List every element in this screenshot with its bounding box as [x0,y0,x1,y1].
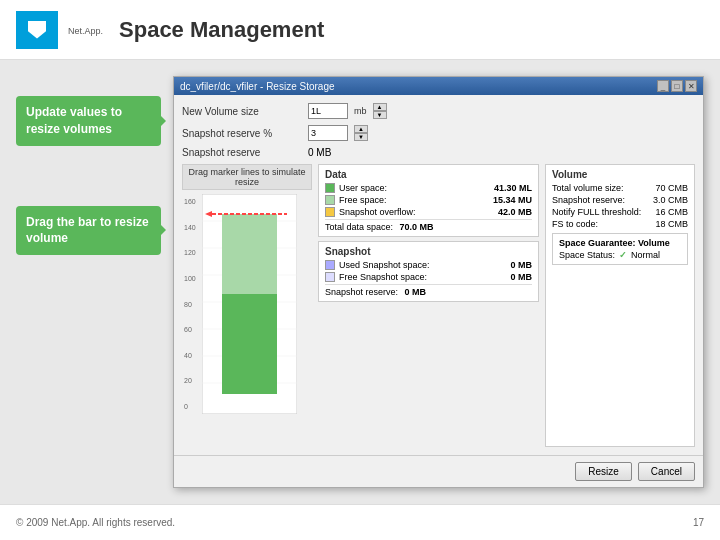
bar-chart-svg[interactable] [202,194,297,414]
dialog-titlebar: dc_vfiler/dc_vfiler - Resize Storage _ □… [174,77,703,95]
free-space-bar[interactable] [222,214,277,294]
snapshot-reserve-pct-label: Snapshot reserve % [182,128,302,139]
user-space-item: User space: 41.30 ML [325,183,532,193]
footer: © 2009 Net.App. All rights reserved. 17 [0,504,720,540]
user-space-color [325,183,335,193]
volume-size-input[interactable] [308,103,348,119]
copyright-text: © 2009 Net.App. All rights reserved. [16,517,175,528]
free-snap-color [325,272,335,282]
snapshot-reserve-spinner: ▲ ▼ [354,125,368,141]
free-space-item: Free space: 15.34 MU [325,195,532,205]
fs-to-code-value: 18 CMB [655,219,688,229]
resize-dialog: dc_vfiler/dc_vfiler - Resize Storage _ □… [173,76,704,488]
volume-size-unit: mb [354,106,367,116]
notify-threshold-value: 16 CMB [655,207,688,217]
snapshot-reserve-pct-row: Snapshot reserve % ▲ ▼ [182,125,695,141]
free-space-color [325,195,335,205]
total-volume-label: Total volume size: [552,183,624,193]
snap-reserve-vol-row: Snapshot reserve: 3.0 CMB [552,195,688,205]
free-snap-label: Free Snapshot space: [339,272,427,282]
total-volume-value: 70 CMB [655,183,688,193]
maximize-button[interactable]: □ [671,80,683,92]
volume-size-label: New Volume size [182,106,302,117]
left-panel: Update values to resize volumes Drag the… [16,76,161,488]
drag-bar-annotation: Drag the bar to resize volume [16,206,161,256]
volume-title: Volume [552,169,688,180]
snap-overflow-value: 42.0 MB [498,207,532,217]
space-status-row: Space Status: ✓ Normal [559,250,681,260]
fs-to-code-row: FS to code: 18 CMB [552,219,688,229]
free-snap-value: 0 MB [510,272,532,282]
user-space-label: User space: [339,183,387,193]
snap-overflow-item: Snapshot overflow: 42.0 MB [325,207,532,217]
titlebar-buttons: _ □ ✕ [657,80,697,92]
close-button[interactable]: ✕ [685,80,697,92]
chart-instruction: Drag marker lines to simulate resize [182,164,312,190]
cancel-button[interactable]: Cancel [638,462,695,481]
right-section: Data User space: 41.30 ML Free space: 1 [318,164,695,447]
free-space-label: Free space: [339,195,387,205]
total-data-row: Total data space: 70.0 MB [325,219,532,232]
snap-pct-spinner-down[interactable]: ▼ [354,133,368,141]
snap-reserve-row: Snapshot reserve: 0 MB [325,284,532,297]
snapshot-legend: Snapshot Used Snapshot space: 0 MB Free … [318,241,539,302]
dialog-main: Drag marker lines to simulate resize 160… [182,164,695,447]
free-snap-item: Free Snapshot space: 0 MB [325,272,532,282]
used-snap-color [325,260,335,270]
used-snap-value: 0 MB [510,260,532,270]
netapp-logo [16,11,58,49]
update-values-annotation: Update values to resize volumes [16,96,161,146]
spinner-up[interactable]: ▲ [373,103,387,111]
total-data-value: 70.0 MB [400,222,434,232]
snapshot-reserve-label: Snapshot reserve [182,147,302,158]
snapshot-reserve-row: Snapshot reserve 0 MB [182,147,695,158]
dialog-title: dc_vfiler/dc_vfiler - Resize Storage [180,81,335,92]
snap-reserve-label: Snapshot reserve: [325,287,398,297]
space-status-label: Space Status: [559,250,615,260]
used-snap-item: Used Snapshot space: 0 MB [325,260,532,270]
volume-section: Volume Total volume size: 70 CMB Snapsho… [545,164,695,447]
space-guarantee-label: Space Guarantee: Volume [559,238,681,248]
snapshot-reserve-pct-input[interactable] [308,125,348,141]
header: Net.App. Space Management [0,0,720,60]
data-legend: Data User space: 41.30 ML Free space: 1 [318,164,539,237]
page-number: 17 [693,517,704,528]
main-content: Update values to resize volumes Drag the… [0,60,720,504]
snap-reserve-value: 0 MB [405,287,427,297]
chart-area: Drag marker lines to simulate resize 160… [182,164,312,447]
snapshot-reserve-value: 0 MB [308,147,331,158]
total-volume-row: Total volume size: 70 CMB [552,183,688,193]
space-status-value: Normal [631,250,660,260]
snap-reserve-vol-value: 3.0 CMB [653,195,688,205]
snap-overflow-color [325,207,335,217]
netapp-label: Net.App. [68,26,103,36]
notify-threshold-row: Notify FULL threshold: 16 CMB [552,207,688,217]
dialog-body: New Volume size mb ▲ ▼ Snapshot reserve … [174,95,703,455]
snap-reserve-vol-label: Snapshot reserve: [552,195,625,205]
chart-y-axis: 160 140 120 100 80 60 40 20 0 [184,198,196,410]
snapshot-title: Snapshot [325,246,532,257]
volume-size-row: New Volume size mb ▲ ▼ [182,103,695,119]
snap-pct-spinner-up[interactable]: ▲ [354,125,368,133]
spinner-down[interactable]: ▼ [373,111,387,119]
data-legend-title: Data [325,169,532,180]
space-guarantee-section: Space Guarantee: Volume Space Status: ✓ … [552,233,688,265]
volume-size-spinner: ▲ ▼ [373,103,387,119]
page-title: Space Management [119,17,324,43]
notify-threshold-label: Notify FULL threshold: [552,207,641,217]
fs-to-code-label: FS to code: [552,219,598,229]
check-icon: ✓ [619,250,627,260]
snap-overflow-label: Snapshot overflow: [339,207,416,217]
dialog-footer: Resize Cancel [174,455,703,487]
used-snap-label: Used Snapshot space: [339,260,430,270]
total-data-label: Total data space: [325,222,393,232]
user-space-value: 41.30 ML [494,183,532,193]
minimize-button[interactable]: _ [657,80,669,92]
free-space-value: 15.34 MU [493,195,532,205]
resize-button[interactable]: Resize [575,462,632,481]
